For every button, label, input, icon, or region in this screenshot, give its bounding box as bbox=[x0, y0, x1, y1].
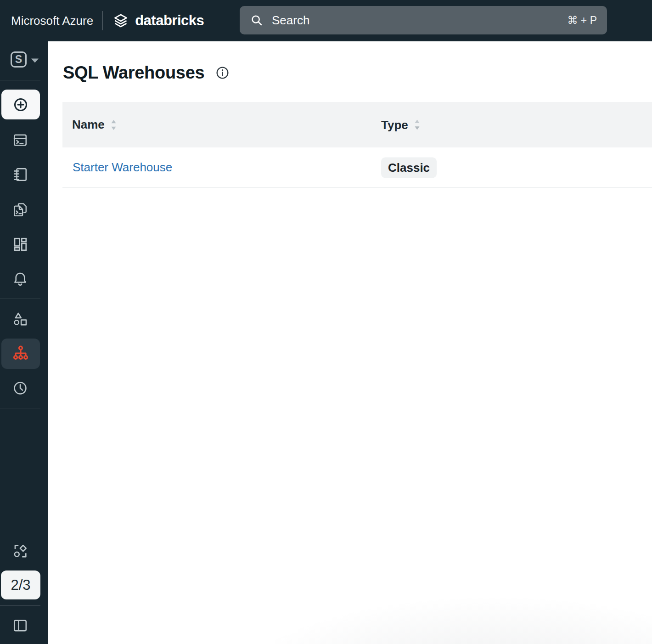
sidebar-item-marketplace[interactable] bbox=[0, 538, 40, 564]
data-shapes-icon bbox=[12, 311, 28, 328]
info-circle-icon bbox=[215, 65, 230, 80]
brand-wordmark: databricks bbox=[135, 12, 204, 29]
azure-home-link[interactable]: Microsoft Azure bbox=[11, 14, 93, 28]
sql-warehouses-icon bbox=[11, 345, 30, 363]
dashboards-icon bbox=[12, 236, 28, 253]
caret-down-icon bbox=[31, 58, 39, 63]
sql-editor-icon bbox=[12, 132, 28, 148]
search-icon bbox=[250, 13, 264, 27]
page-title-row: SQL Warehouses bbox=[63, 62, 230, 84]
info-button[interactable] bbox=[215, 65, 230, 80]
usage-counter-badge[interactable]: 2/3 bbox=[1, 571, 40, 599]
sidebar-item-query-history[interactable] bbox=[0, 375, 40, 401]
search-input[interactable] bbox=[271, 13, 567, 28]
main-content: SQL Warehouses Name bbox=[48, 41, 652, 644]
workspace-switcher[interactable]: S bbox=[0, 41, 48, 73]
databricks-logo-icon bbox=[112, 11, 130, 30]
sidebar-toggle-icon bbox=[12, 617, 28, 634]
warehouse-name-link[interactable]: Starter Warehouse bbox=[73, 160, 172, 175]
app-window: Microsoft Azure databricks bbox=[0, 0, 652, 644]
sidebar-item-sql-editor[interactable] bbox=[0, 127, 40, 153]
sidebar-item-data[interactable] bbox=[0, 306, 40, 332]
sidebar-item-sql-warehouses[interactable] bbox=[1, 339, 40, 369]
queries-icon bbox=[12, 201, 28, 218]
plus-circle-icon bbox=[13, 97, 28, 113]
topbar-divider bbox=[102, 11, 103, 30]
new-button[interactable] bbox=[1, 90, 40, 119]
sidebar-divider bbox=[0, 605, 40, 606]
sidebar-toggle-button[interactable] bbox=[0, 613, 40, 638]
sidebar-item-notebooks[interactable] bbox=[0, 162, 40, 187]
marketplace-combine-icon bbox=[12, 543, 28, 559]
column-label: Name bbox=[72, 118, 105, 132]
column-label: Type bbox=[381, 118, 408, 132]
warehouses-table-header: Name Type bbox=[62, 102, 652, 147]
sort-arrows-icon bbox=[414, 119, 421, 131]
sidebar-item-dashboards[interactable] bbox=[0, 232, 40, 257]
global-search[interactable]: ⌘ + P bbox=[240, 6, 607, 34]
alerts-bell-icon bbox=[12, 271, 28, 287]
workspace-switcher-icon: S bbox=[11, 51, 27, 68]
query-history-clock-icon bbox=[12, 380, 28, 396]
sort-arrows-icon bbox=[110, 119, 117, 131]
column-header-name[interactable]: Name bbox=[72, 118, 117, 132]
notebook-icon bbox=[12, 166, 28, 183]
sidebar-item-queries[interactable] bbox=[0, 197, 40, 222]
sidebar-item-alerts[interactable] bbox=[0, 266, 40, 292]
warehouse-type-badge: Classic bbox=[381, 157, 437, 178]
sidebar-divider bbox=[0, 299, 40, 299]
column-header-type[interactable]: Type bbox=[381, 118, 421, 132]
page-title: SQL Warehouses bbox=[63, 62, 204, 84]
sidebar-divider bbox=[0, 408, 40, 408]
search-shortcut-hint: ⌘ + P bbox=[567, 14, 597, 27]
table-row[interactable]: Starter Warehouse Classic bbox=[62, 147, 652, 188]
databricks-home-link[interactable]: databricks bbox=[112, 11, 204, 30]
sidebar-divider bbox=[0, 80, 40, 80]
top-bar: Microsoft Azure databricks bbox=[0, 0, 652, 41]
sidebar: S bbox=[0, 41, 48, 644]
